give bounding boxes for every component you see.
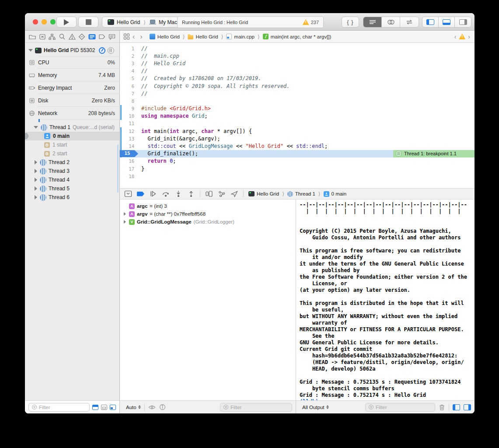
disclosure-open-icon[interactable] bbox=[28, 49, 33, 52]
console-filter-field[interactable]: Filter bbox=[365, 403, 435, 412]
debug-view-hierarchy-button[interactable] bbox=[205, 190, 213, 197]
thread-row-3[interactable]: Thread 3 bbox=[25, 167, 119, 175]
code-line[interactable]: 13 Grid_init(&argc,&argv); bbox=[120, 135, 475, 142]
go-back-button[interactable]: ‹ bbox=[130, 33, 137, 40]
line-number[interactable]: 18 bbox=[120, 174, 138, 179]
code-line[interactable]: 18 bbox=[120, 172, 475, 180]
code-line[interactable]: 10using namespace Grid; bbox=[120, 112, 475, 120]
breakpoint-badge[interactable]: 15 bbox=[120, 150, 138, 157]
zoom-window-button[interactable] bbox=[50, 19, 56, 24]
line-number[interactable]: 10 bbox=[120, 113, 138, 119]
code-line[interactable]: 11 bbox=[120, 120, 475, 127]
variables-scope-selector[interactable]: Auto bbox=[126, 405, 141, 410]
line-number[interactable]: 16 bbox=[120, 158, 138, 164]
toggle-debug-area-button[interactable] bbox=[439, 17, 455, 27]
line-number[interactable]: 5 bbox=[120, 76, 138, 81]
step-into-button[interactable] bbox=[174, 190, 182, 197]
variables-view[interactable]: A argc = (int) 3 A argv = (char **) 0x7f… bbox=[120, 200, 296, 400]
debug-crumb-thread[interactable]: Thread 1 bbox=[295, 191, 315, 196]
code-line[interactable]: 16 return 0; bbox=[120, 158, 475, 165]
code-line[interactable]: 4// bbox=[120, 67, 475, 75]
line-number[interactable]: 13 bbox=[120, 136, 138, 141]
process-row[interactable]: Hello Grid PID 55302 bbox=[25, 46, 119, 55]
library-button[interactable]: { } bbox=[342, 17, 359, 28]
step-over-button[interactable] bbox=[162, 190, 170, 197]
toggle-inspector-button[interactable] bbox=[455, 17, 471, 27]
code-line[interactable]: 12int main(int argc, char * argv[]) { bbox=[120, 127, 475, 135]
disclosure-closed-icon[interactable] bbox=[35, 186, 37, 191]
code-line[interactable]: 3// Hello Grid bbox=[120, 60, 475, 67]
breadcrumb-file[interactable]: main.cpp bbox=[234, 34, 255, 39]
code-line[interactable]: 1// bbox=[120, 45, 475, 52]
disclosure-closed-icon[interactable] bbox=[124, 212, 126, 216]
code-line[interactable]: 5// Created by s1786208 on 17/03/2019. bbox=[120, 75, 475, 82]
clear-console-trash-button[interactable] bbox=[439, 404, 445, 411]
close-window-button[interactable] bbox=[33, 19, 38, 24]
warning-icon[interactable] bbox=[459, 34, 465, 39]
thread-row-5[interactable]: Thread 5 bbox=[25, 184, 119, 193]
variable-row[interactable]: V Grid::GridLogMessage (Grid::GridLogger… bbox=[120, 218, 296, 226]
warning-count[interactable]: 237 bbox=[303, 19, 323, 25]
code-line[interactable]: 9#include <Grid/Grid.h> bbox=[120, 105, 475, 112]
stack-filter-icon[interactable] bbox=[110, 405, 116, 410]
console-output[interactable]: --|--|--|--|--|--|--|--|--|--|--|--|--|-… bbox=[296, 200, 475, 400]
show-variables-view-button[interactable] bbox=[453, 404, 460, 410]
breakpoints-toggle-button[interactable] bbox=[137, 192, 144, 196]
thread-row-1[interactable]: Thread 1 Queue:...d (serial) bbox=[25, 123, 119, 132]
symbol-navigator-tab[interactable] bbox=[48, 33, 56, 41]
variable-row[interactable]: A argc = (int) 3 bbox=[120, 202, 296, 210]
disclosure-closed-icon[interactable] bbox=[35, 169, 37, 173]
debug-crumb-frame[interactable]: 0 main bbox=[332, 191, 347, 196]
code-line[interactable]: 2// main.cpp bbox=[120, 52, 475, 60]
next-issue-button[interactable]: › bbox=[468, 33, 470, 40]
line-number[interactable]: 3 bbox=[120, 61, 138, 66]
flag-filter-icon[interactable] bbox=[92, 405, 98, 410]
code-line[interactable]: 14 std::cout << GridLogMessage << "Hello… bbox=[120, 142, 475, 150]
gauges-view-icon[interactable] bbox=[99, 47, 105, 54]
test-navigator-tab[interactable] bbox=[78, 33, 86, 41]
quicklook-eye-icon[interactable] bbox=[148, 404, 156, 410]
find-navigator-tab[interactable] bbox=[58, 33, 66, 41]
breadcrumb-group[interactable]: Hello Grid bbox=[195, 34, 218, 39]
breadcrumb-symbol[interactable]: main(int argc, char * argv[]) bbox=[271, 34, 332, 39]
go-forward-button[interactable]: › bbox=[137, 33, 145, 40]
code-line[interactable]: 15 Grid_finalize();Thread 1: breakpoint … bbox=[120, 150, 475, 158]
step-out-button[interactable] bbox=[187, 190, 195, 197]
gauge-row-network[interactable]: Network 208 bytes/s bbox=[25, 107, 119, 119]
minimize-window-button[interactable] bbox=[42, 19, 47, 24]
disclosure-closed-icon[interactable] bbox=[35, 178, 37, 182]
info-icon[interactable] bbox=[159, 404, 166, 410]
variables-filter-field[interactable]: Filter bbox=[220, 403, 292, 412]
sidebar-scrollbar[interactable] bbox=[117, 144, 119, 192]
breadcrumb-project[interactable]: Hello Grid bbox=[157, 34, 180, 39]
code-line[interactable]: 17} bbox=[120, 165, 475, 172]
line-number[interactable]: 1 bbox=[120, 46, 138, 51]
thread-row-4[interactable]: Thread 4 bbox=[25, 175, 119, 184]
line-number[interactable]: 14 bbox=[120, 144, 138, 149]
standard-editor-button[interactable] bbox=[363, 17, 382, 27]
line-number[interactable]: 7 bbox=[120, 91, 138, 96]
thread-row-2[interactable]: Thread 2 bbox=[25, 158, 119, 167]
navigator-filter-field[interactable]: Filter bbox=[28, 403, 90, 412]
gauge-row-cpu[interactable]: CPU 0% bbox=[25, 56, 119, 69]
disclosure-closed-icon[interactable] bbox=[124, 220, 126, 224]
source-editor[interactable]: 1//2// main.cpp3// Hello Grid4//5// Crea… bbox=[120, 43, 475, 188]
run-button[interactable] bbox=[56, 17, 77, 28]
continue-button[interactable] bbox=[149, 190, 157, 197]
line-number[interactable]: 9 bbox=[120, 106, 138, 111]
assistant-editor-button[interactable] bbox=[382, 17, 400, 27]
stack-frame-row[interactable]: ⚙ 2 start bbox=[25, 149, 119, 158]
report-navigator-tab[interactable] bbox=[108, 33, 116, 41]
issue-navigator-tab[interactable] bbox=[68, 33, 76, 41]
line-number[interactable]: 11 bbox=[120, 121, 138, 126]
breakpoint-annotation[interactable]: Thread 1: breakpoint 1.1 bbox=[393, 150, 475, 158]
line-number[interactable]: 17 bbox=[120, 166, 138, 172]
stack-frame-row[interactable]: ⚙ 1 start bbox=[25, 140, 119, 149]
previous-issue-button[interactable]: ‹ bbox=[454, 33, 457, 40]
simulate-location-button[interactable] bbox=[230, 190, 238, 197]
debug-navigator-tab[interactable] bbox=[88, 33, 96, 41]
code-line[interactable]: 6// Copyright © 2019 sopa. All rights re… bbox=[120, 82, 475, 90]
disclosure-closed-icon[interactable] bbox=[35, 160, 37, 164]
frames-filter-icon[interactable] bbox=[101, 405, 107, 410]
thread-row-6[interactable]: Thread 6 bbox=[25, 193, 119, 202]
